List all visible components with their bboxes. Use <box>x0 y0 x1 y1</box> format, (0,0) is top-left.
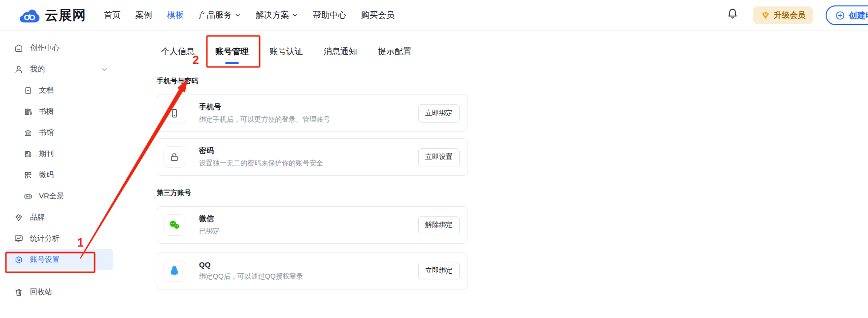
chevron-down-icon <box>234 12 241 18</box>
upgrade-membership-button[interactable]: 升级会员 <box>753 6 813 24</box>
plus-circle-icon <box>835 10 845 21</box>
nav-item-products[interactable]: 产品服务 <box>199 9 241 21</box>
vip-badge-icon <box>761 10 770 20</box>
trash-icon <box>14 287 24 297</box>
tab-account-management[interactable]: 账号管理 <box>215 46 249 64</box>
sidebar-label: 期刊 <box>39 149 54 159</box>
sidebar-label: 微码 <box>39 170 54 180</box>
card-qq: QQ 绑定QQ后，可以通过QQ授权登录 立即绑定 <box>157 252 468 289</box>
nav-item-solutions[interactable]: 解决方案 <box>256 9 298 21</box>
sidebar-item-account-settings[interactable]: 账号设置 <box>5 249 113 270</box>
sidebar-item-documents[interactable]: 文档 <box>0 80 119 101</box>
sidebar-label: 文档 <box>39 86 54 95</box>
user-icon <box>14 64 24 74</box>
sidebar-item-bookshelf[interactable]: 书橱 <box>0 101 119 122</box>
qr-code-icon <box>24 171 33 180</box>
tab-prompt-settings[interactable]: 提示配置 <box>378 46 411 64</box>
card-password: 密码 设置独一无二的密码来保护你的账号安全 立即设置 <box>157 138 468 176</box>
tab-message-notifications[interactable]: 消息通知 <box>324 46 357 64</box>
wechat-icon <box>164 214 185 236</box>
statistics-icon <box>14 234 24 244</box>
lock-icon <box>164 146 185 168</box>
section-title-third-party: 第三方账号 <box>157 189 468 197</box>
create-label: 创建电 <box>849 10 868 21</box>
card-title: 微信 <box>199 214 220 223</box>
left-sidebar: 创作中心 我的 文档 书橱 <box>0 31 119 318</box>
card-title: 手机号 <box>199 102 330 112</box>
tab-personal-info[interactable]: 个人信息 <box>161 46 195 64</box>
sidebar-item-statistics[interactable]: 统计分析 <box>0 228 119 249</box>
create-ebook-button[interactable]: 创建电 <box>826 5 868 25</box>
vr-goggles-icon <box>24 192 33 201</box>
card-description: 绑定QQ后，可以通过QQ授权登录 <box>199 272 303 281</box>
account-settings-gear-icon <box>14 255 24 265</box>
nav-item-home[interactable]: 首页 <box>104 9 121 21</box>
card-wechat: 微信 已绑定 解除绑定 <box>157 206 468 244</box>
top-navbar: 云展网 首页 案例 模板 产品服务 解决方案 帮助中心 购买会员 <box>0 0 868 31</box>
nav-item-buy-membership[interactable]: 购买会员 <box>361 9 395 21</box>
nav-item-templates[interactable]: 模板 <box>167 9 184 21</box>
sidebar-item-brand[interactable]: 品牌 <box>0 207 119 228</box>
set-password-button[interactable]: 立即设置 <box>418 148 460 166</box>
sidebar-divider <box>10 276 113 276</box>
sidebar-label: 创作中心 <box>30 43 60 53</box>
cloud-logo-icon <box>19 7 40 24</box>
card-phone-number: 手机号 绑定手机后，可以更方便的登录、管理账号 立即绑定 <box>157 95 468 132</box>
settings-tabs: 个人信息 账号管理 账号认证 消息通知 提示配置 <box>157 31 468 64</box>
qq-icon <box>164 260 185 282</box>
brand-gem-icon <box>14 213 24 223</box>
sidebar-item-library[interactable]: 书馆 <box>0 122 119 143</box>
sidebar-label: 账号设置 <box>30 255 60 264</box>
sidebar-item-mine[interactable]: 我的 <box>0 59 119 80</box>
chevron-down-icon <box>101 66 108 73</box>
bind-phone-button[interactable]: 立即绑定 <box>418 104 460 123</box>
sidebar-item-periodicals[interactable]: 期刊 <box>0 143 119 164</box>
sidebar-label: 品牌 <box>30 213 45 222</box>
sidebar-item-vr-panorama[interactable]: VR全景 <box>0 186 119 207</box>
notification-bell-icon[interactable] <box>726 7 739 22</box>
card-title: QQ <box>199 260 303 269</box>
card-title: 密码 <box>199 146 323 156</box>
sidebar-item-recycle-bin[interactable]: 回收站 <box>0 282 119 303</box>
creation-center-icon <box>14 43 24 53</box>
chevron-down-icon <box>292 12 298 18</box>
sidebar-label: 书馆 <box>39 128 54 137</box>
nav-item-help-center[interactable]: 帮助中心 <box>313 9 346 21</box>
card-description: 绑定手机后，可以更方便的登录、管理账号 <box>199 115 330 124</box>
sidebar-label: 书橱 <box>39 107 54 116</box>
tab-account-verification[interactable]: 账号认证 <box>269 46 303 64</box>
section-title-phone-password: 手机号与密码 <box>157 77 468 86</box>
card-status: 已绑定 <box>199 227 220 236</box>
unbind-wechat-button[interactable]: 解除绑定 <box>418 216 460 234</box>
upgrade-label: 升级会员 <box>774 10 805 21</box>
sidebar-label: 我的 <box>30 64 45 74</box>
bookshelf-icon <box>24 107 33 116</box>
sidebar-label: 回收站 <box>30 287 52 297</box>
bind-qq-button[interactable]: 立即绑定 <box>418 262 460 280</box>
sidebar-item-creation-center[interactable]: 创作中心 <box>0 37 119 59</box>
sidebar-label: VR全景 <box>39 191 64 201</box>
brand-logo[interactable]: 云展网 <box>19 6 86 24</box>
library-building-icon <box>24 128 33 137</box>
brand-name: 云展网 <box>45 6 86 24</box>
nav-item-cases[interactable]: 案例 <box>135 9 152 21</box>
card-description: 设置独一无二的密码来保护你的账号安全 <box>199 159 323 168</box>
main-nav: 首页 案例 模板 产品服务 解决方案 帮助中心 购买会员 <box>104 9 395 21</box>
phone-icon <box>164 102 185 124</box>
magazine-icon <box>24 150 33 159</box>
sidebar-label: 统计分析 <box>30 234 60 243</box>
document-icon <box>24 86 33 95</box>
sidebar-item-qr-codes[interactable]: 微码 <box>0 164 119 186</box>
main-panel: 个人信息 账号管理 账号认证 消息通知 提示配置 手机号与密码 手机号 绑定手机… <box>119 31 868 318</box>
